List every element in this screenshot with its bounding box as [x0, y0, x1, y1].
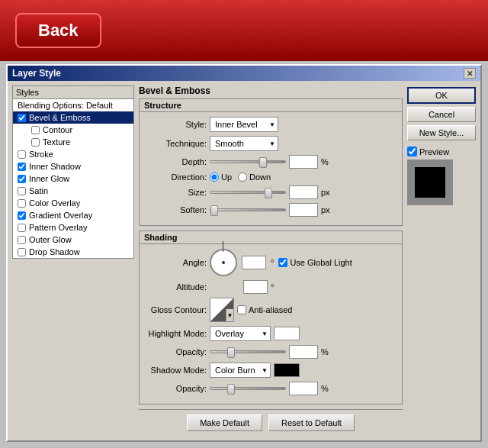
size-slider[interactable]	[210, 186, 286, 198]
inner-glow-checkbox[interactable]	[18, 175, 26, 183]
contour-preview[interactable]: ▼	[210, 298, 234, 322]
size-thumb[interactable]	[265, 188, 272, 198]
angle-dial[interactable]	[210, 249, 237, 276]
pattern-overlay-checkbox[interactable]	[18, 224, 26, 232]
color-overlay-checkbox[interactable]	[18, 199, 26, 208]
style-row: Style: Inner Bevel	[146, 117, 396, 132]
altitude-label: Altitude:	[146, 282, 207, 292]
highlight-mode-select[interactable]: Overlay	[210, 326, 271, 341]
depth-input[interactable]: 225	[289, 155, 318, 169]
contour-label: Contour	[43, 125, 72, 134]
soften-input[interactable]: 0	[289, 203, 318, 217]
bevel-emboss-item[interactable]: Bevel & Emboss	[13, 111, 133, 124]
shadow-opacity-slider[interactable]	[210, 382, 286, 395]
stroke-checkbox[interactable]	[18, 150, 26, 159]
preview-label-row: Preview	[407, 147, 476, 156]
layer-style-dialog: Layer Style ✕ Styles Blending Options: D…	[6, 64, 482, 442]
altitude-input[interactable]: 45	[243, 280, 268, 294]
dialog-body: Styles Blending Options: Default Bevel &…	[8, 81, 480, 440]
inner-shadow-checkbox[interactable]	[18, 163, 26, 171]
inner-shadow-item[interactable]: Inner Shadow	[13, 160, 133, 172]
texture-item[interactable]: Texture	[13, 136, 133, 148]
direction-up-item: Up	[210, 172, 232, 182]
pattern-overlay-item[interactable]: Pattern Overlay	[13, 221, 133, 234]
anti-aliased-checkbox[interactable]	[237, 305, 246, 314]
depth-slider[interactable]	[210, 156, 286, 168]
satin-checkbox[interactable]	[18, 187, 26, 195]
satin-label: Satin	[29, 186, 48, 195]
shadow-color-swatch[interactable]	[274, 363, 300, 377]
soften-row: Soften: 0 px	[146, 203, 396, 217]
drop-shadow-checkbox[interactable]	[18, 248, 26, 256]
direction-up-label: Up	[221, 172, 232, 182]
contour-dropdown[interactable]: ▼	[226, 309, 233, 321]
angle-unit: °	[271, 258, 274, 267]
blending-options-item[interactable]: Blending Options: Default	[13, 99, 133, 111]
soften-unit: px	[321, 205, 333, 214]
highlight-opacity-thumb[interactable]	[227, 347, 235, 358]
gradient-overlay-item[interactable]: Gradient Overlay	[13, 209, 133, 221]
make-default-button[interactable]: Make Default	[187, 414, 262, 431]
stroke-item[interactable]: Stroke	[13, 148, 133, 160]
reset-to-default-button[interactable]: Reset to Default	[268, 414, 355, 431]
depth-thumb[interactable]	[259, 157, 267, 168]
depth-unit: %	[321, 157, 333, 166]
direction-down-radio[interactable]	[238, 172, 247, 182]
technique-select[interactable]: Smooth	[210, 136, 278, 151]
shadow-opacity-unit: %	[321, 384, 333, 393]
drop-shadow-item[interactable]: Drop Shadow	[13, 246, 133, 258]
shadow-mode-select[interactable]: Color Burn	[210, 363, 271, 378]
preview-checkbox[interactable]	[407, 147, 417, 156]
angle-label: Angle:	[146, 258, 207, 267]
highlight-color-swatch[interactable]	[274, 327, 300, 340]
back-bar: Back	[0, 0, 488, 61]
color-overlay-label: Color Overlay	[29, 198, 80, 208]
use-global-light-checkbox[interactable]	[278, 258, 287, 267]
outer-glow-checkbox[interactable]	[18, 236, 26, 244]
structure-title: Structure	[140, 99, 402, 112]
back-button[interactable]: Back	[15, 13, 101, 48]
bevel-emboss-label: Bevel & Emboss	[29, 113, 91, 122]
contour-checkbox[interactable]	[31, 126, 40, 134]
dialog-title: Layer Style	[12, 68, 61, 79]
structure-content: Style: Inner Bevel Technique: Smooth	[140, 112, 402, 225]
anti-aliased-label: Anti-aliased	[249, 305, 292, 314]
highlight-opacity-input[interactable]: 25	[289, 345, 318, 359]
angle-input[interactable]: 90	[242, 256, 266, 269]
preview-label: Preview	[419, 147, 449, 156]
direction-up-radio[interactable]	[210, 172, 219, 182]
new-style-button[interactable]: New Style...	[407, 125, 476, 140]
bevel-emboss-checkbox[interactable]	[18, 114, 26, 122]
outer-glow-item[interactable]: Outer Glow	[13, 234, 133, 246]
shadow-opacity-input[interactable]: 25	[289, 382, 318, 395]
satin-item[interactable]: Satin	[13, 185, 133, 197]
shadow-opacity-label: Opacity:	[146, 384, 207, 393]
drop-shadow-label: Drop Shadow	[29, 247, 80, 256]
contour-item[interactable]: Contour	[13, 124, 133, 136]
gloss-contour-label: Gloss Contour:	[146, 305, 207, 314]
size-row: Size: 250 px	[146, 185, 396, 199]
cancel-button[interactable]: Cancel	[407, 107, 476, 122]
soften-thumb[interactable]	[210, 205, 218, 216]
anti-aliased-item: Anti-aliased	[237, 305, 292, 314]
texture-checkbox[interactable]	[31, 138, 40, 147]
shadow-mode-value: Color Burn	[212, 366, 268, 375]
color-overlay-item[interactable]: Color Overlay	[13, 197, 133, 209]
direction-row: Direction: Up Down	[146, 172, 396, 182]
ok-button[interactable]: OK	[407, 87, 476, 104]
depth-label: Depth:	[146, 157, 207, 166]
shading-content: Angle: 90 ° Use Global Light	[140, 244, 402, 404]
main-panel: Bevel & Emboss Structure Style: Inner Be…	[139, 85, 403, 436]
highlight-mode-value: Overlay	[212, 329, 256, 338]
close-button[interactable]: ✕	[464, 68, 476, 79]
shadow-opacity-thumb[interactable]	[227, 384, 235, 395]
size-input[interactable]: 250	[289, 185, 318, 199]
direction-label: Direction:	[146, 172, 207, 182]
preview-box	[407, 160, 453, 205]
soften-slider[interactable]	[210, 204, 286, 216]
inner-glow-item[interactable]: Inner Glow	[13, 172, 133, 185]
style-select[interactable]: Inner Bevel	[210, 117, 278, 132]
highlight-opacity-slider[interactable]	[210, 346, 286, 358]
highlight-mode-row: Highlight Mode: Overlay	[146, 326, 396, 341]
gradient-overlay-checkbox[interactable]	[18, 211, 26, 220]
